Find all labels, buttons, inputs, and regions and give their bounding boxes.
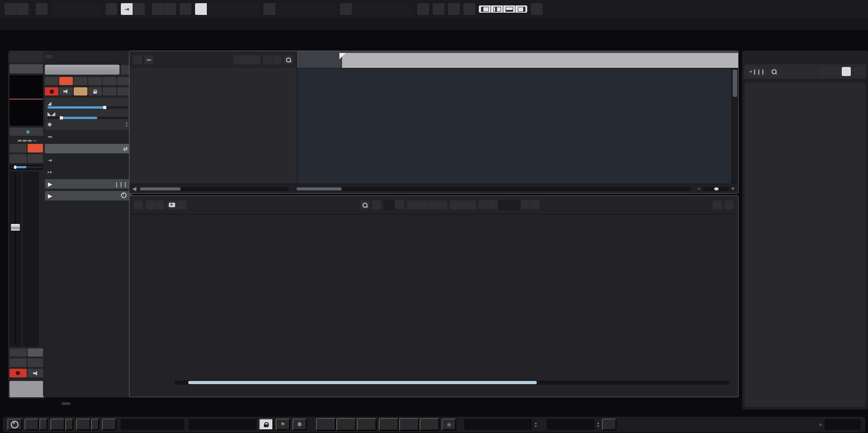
move-up-icon[interactable] — [820, 67, 830, 76]
output-level-display[interactable] — [825, 419, 861, 430]
track-mute-button[interactable] — [45, 77, 58, 85]
routing-section-header[interactable]: ⇄ — [45, 144, 131, 153]
track-listen-button[interactable] — [103, 77, 116, 85]
timeline-ruler[interactable] — [297, 51, 738, 68]
track-read-button[interactable] — [74, 77, 87, 85]
channel-count-box[interactable] — [498, 200, 520, 210]
vsti-find-button[interactable] — [769, 67, 778, 76]
track-record-arm-button[interactable] — [45, 87, 58, 95]
grid-type-select[interactable] — [276, 3, 336, 15]
channel-volume-value[interactable] — [10, 348, 27, 357]
quantize-icon[interactable] — [340, 3, 352, 15]
link-edit-button[interactable] — [395, 200, 404, 209]
punch-out-icon[interactable]: ⚉ — [292, 419, 307, 430]
go-to-next-marker-button[interactable] — [336, 418, 356, 431]
tab-kanal[interactable] — [10, 51, 44, 62]
zoom-slider[interactable] — [702, 187, 730, 191]
show-channel-zone-button[interactable] — [491, 5, 503, 13]
channel-name-label[interactable] — [10, 381, 44, 397]
record-mode-icon[interactable] — [24, 419, 39, 430]
link-group-select[interactable] — [384, 200, 395, 210]
updown-icon[interactable] — [530, 200, 539, 209]
channel-step-icon[interactable] — [488, 200, 497, 209]
mixer-setup-gear-icon[interactable] — [713, 200, 722, 209]
tab-visibility[interactable] — [53, 55, 60, 58]
time-stepper[interactable]: ▲▼ — [534, 422, 537, 428]
cycle-button[interactable] — [357, 418, 377, 431]
add-instrument-button[interactable]: +❙❙❙ — [748, 67, 767, 76]
go-first-channel-icon[interactable] — [479, 200, 488, 209]
tab-editor-left[interactable] — [62, 402, 71, 405]
time-display-icon[interactable] — [521, 200, 530, 209]
musical-mode-button[interactable] — [74, 87, 87, 95]
mixer-snapshot-dropdown[interactable] — [177, 200, 186, 209]
arrangement-hscrollbar[interactable] — [296, 187, 691, 191]
iterative-quantize-icon[interactable] — [417, 3, 429, 15]
mixer-undo-button[interactable] — [146, 200, 155, 209]
mixer-agents-button[interactable] — [372, 200, 381, 209]
output-routing-select[interactable]: ↦ — [45, 167, 131, 177]
track-search-button[interactable] — [284, 55, 293, 64]
show-right-zone-button[interactable] — [515, 5, 527, 13]
tab-spur[interactable] — [44, 402, 53, 405]
transport-modes-icon[interactable] — [7, 419, 22, 430]
left-locator-display[interactable] — [121, 419, 184, 430]
undo-button[interactable] — [5, 3, 16, 15]
channel-monitor-button[interactable] — [28, 369, 45, 377]
suspend-link-button[interactable] — [407, 200, 427, 209]
record-mode-dropdown[interactable] — [39, 419, 48, 430]
play-button[interactable] — [399, 418, 419, 431]
channel-solo-button[interactable] — [28, 144, 45, 152]
tempo-display[interactable] — [547, 419, 595, 430]
zoom-out-icon[interactable]: − — [697, 186, 701, 192]
jog-wheel-icon[interactable]: ◉ — [442, 419, 456, 430]
go-to-previous-marker-button[interactable] — [316, 418, 336, 431]
channel-listen-button[interactable] — [10, 154, 27, 163]
redo-button[interactable] — [17, 3, 29, 15]
channel-write-button[interactable] — [28, 358, 45, 367]
mixer-find-button[interactable] — [360, 200, 369, 209]
show-remote-cloud-button[interactable] — [842, 67, 851, 76]
channel-pan-control[interactable] — [10, 165, 44, 170]
tap-tempo-button[interactable] — [602, 419, 616, 430]
input-routing-select[interactable]: ⇥ — [45, 156, 131, 165]
qlink-button[interactable] — [450, 200, 476, 209]
channel-record-arm-button[interactable] — [10, 369, 27, 377]
grid-icon[interactable] — [263, 3, 275, 15]
vsti-settings-gear-icon[interactable] — [854, 67, 863, 76]
move-down-icon[interactable] — [830, 67, 839, 76]
color-tool-dropdown[interactable] — [164, 3, 176, 15]
setup-toolbar-gear-icon[interactable] — [531, 3, 543, 15]
mixer-redo-button[interactable] — [155, 200, 164, 209]
track-monitor-button[interactable] — [59, 87, 73, 95]
track-versions-section-header[interactable]: ▶ ❘❘❘ — [45, 179, 131, 189]
track-visibility-home-button[interactable] — [263, 55, 272, 64]
scroll-left-icon[interactable]: ◀ — [129, 186, 139, 192]
absolute-link-button[interactable] — [427, 200, 447, 209]
automation-panel-button[interactable] — [105, 3, 117, 15]
snap-toggle-button[interactable] — [195, 3, 207, 15]
punch-in-icon[interactable]: ⚑ — [276, 419, 290, 430]
vertical-scrollbar[interactable] — [731, 68, 738, 184]
midi-record-mode-icon[interactable] — [76, 419, 91, 430]
right-locator-display[interactable] — [189, 419, 257, 430]
primary-time-display[interactable] — [464, 419, 532, 430]
audio-record-mode-icon[interactable] — [50, 419, 65, 430]
auto-quantize-button[interactable] — [102, 419, 116, 430]
event-display[interactable] — [297, 68, 738, 184]
autoscroll-button[interactable]: ⇥ — [121, 3, 133, 15]
channel-volume-fader[interactable] — [10, 171, 21, 347]
mixer-snapshot-button[interactable] — [167, 200, 177, 209]
delay-stepper[interactable]: ▲▼ — [125, 121, 128, 127]
onscreen-keyboard-icon[interactable] — [463, 3, 475, 15]
show-lower-zone-button[interactable] — [503, 5, 515, 13]
automation-curve-icon[interactable] — [36, 3, 48, 15]
track-preset-button[interactable]: ≔ — [144, 55, 153, 64]
inspector-track-header[interactable] — [45, 65, 119, 75]
audiowarp-quantize-icon[interactable] — [433, 3, 444, 15]
qc-section-header[interactable]: ▶ — [45, 191, 131, 200]
track-solo-button[interactable] — [59, 77, 73, 85]
channel-mute-button[interactable] — [10, 144, 27, 152]
color-tool-button[interactable] — [152, 3, 164, 15]
volume-slider[interactable] — [48, 106, 128, 109]
